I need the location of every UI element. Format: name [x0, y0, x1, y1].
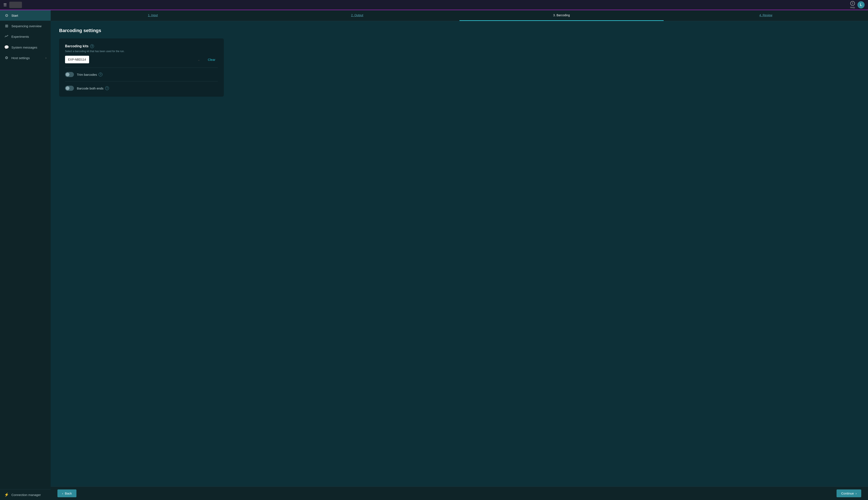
step-bar: 1. Input 2. Output 3. Barcoding 4. Revie… — [51, 10, 868, 21]
barcode-both-ends-help-icon[interactable]: ? — [105, 86, 109, 90]
sidebar-item-host-settings[interactable]: ⚙ Host settings › — [0, 53, 51, 63]
back-chevron-icon: ‹ — [62, 491, 63, 495]
kit-select[interactable]: EXP-NBD114 EXP-NBD104 EXP-PBC001 EXP-PBC… — [65, 56, 89, 63]
sidebar-item-label-system-messages: System messages — [11, 46, 46, 49]
step-barcoding[interactable]: 3. Barcoding — [460, 10, 664, 21]
logo — [9, 2, 22, 8]
content-area: 1. Input 2. Output 3. Barcoding 4. Revie… — [51, 10, 868, 500]
step-review[interactable]: 4. Review — [664, 10, 868, 21]
help-label: Help — [850, 6, 855, 9]
sidebar-item-experiments[interactable]: Experiments — [0, 31, 51, 42]
trim-barcodes-row: Trim barcodes ? — [65, 72, 218, 77]
sidebar-bottom: ⚡ Connection manager — [0, 489, 51, 500]
page-title: Barcoding settings — [59, 28, 859, 33]
trim-barcodes-help-icon[interactable]: ? — [99, 72, 102, 76]
barcoding-kits-desc: Select a barcoding kit that has been use… — [65, 50, 218, 53]
sidebar-item-label-host-settings: Host settings — [11, 56, 43, 60]
sidebar-item-connection-manager[interactable]: ⚡ Connection manager — [0, 489, 51, 500]
experiments-icon — [4, 34, 9, 39]
page-content: Barcoding settings Barcoding kits ? Sele… — [51, 21, 868, 487]
hamburger-icon[interactable]: ☰ — [3, 2, 7, 7]
chevron-right-icon: › — [45, 56, 46, 59]
barcoding-kits-section-title: Barcoding kits ? — [65, 44, 218, 48]
barcode-both-ends-row: Barcode both ends ? — [65, 86, 218, 91]
grid-icon: ⊞ — [4, 24, 9, 28]
messages-icon: 💬 — [4, 45, 9, 49]
clear-button[interactable]: Clear — [205, 56, 218, 63]
step-input[interactable]: 1. Input — [51, 10, 255, 21]
topbar: ☰ ? Help L — [0, 0, 868, 10]
continue-chevron-icon: › — [856, 491, 857, 495]
sidebar-item-label-connection-manager: Connection manager — [11, 493, 46, 497]
settings-icon: ⚙ — [4, 56, 9, 60]
chevron-down-icon: ⌄ — [198, 58, 200, 61]
sidebar-item-sequencing-overview[interactable]: ⊞ Sequencing overview — [0, 21, 51, 31]
kit-select-wrapper: EXP-NBD114 EXP-NBD104 EXP-PBC001 EXP-PBC… — [65, 56, 203, 63]
sidebar-item-label-sequencing-overview: Sequencing overview — [11, 24, 46, 28]
topbar-right: ? Help L — [850, 1, 865, 9]
continue-button[interactable]: Continue › — [836, 489, 861, 497]
trim-barcodes-toggle[interactable] — [65, 72, 74, 77]
barcoding-kit-select-row: EXP-NBD114 EXP-NBD104 EXP-PBC001 EXP-PBC… — [65, 56, 218, 63]
barcode-both-ends-thumb — [66, 86, 69, 90]
help-circle-icon: ? — [850, 1, 855, 6]
main-layout: ⊙ Start ⊞ Sequencing overview Experiment… — [0, 10, 868, 500]
start-icon: ⊙ — [4, 13, 9, 18]
help-button[interactable]: ? Help — [850, 1, 855, 9]
barcoding-kits-help-icon[interactable]: ? — [90, 44, 94, 48]
bottom-bar: ‹ Back Continue › — [51, 487, 868, 500]
user-avatar[interactable]: L — [857, 1, 865, 9]
barcoding-card: Barcoding kits ? Select a barcoding kit … — [59, 38, 224, 96]
step-output[interactable]: 2. Output — [255, 10, 460, 21]
barcode-both-ends-toggle[interactable] — [65, 86, 74, 91]
sidebar-item-label-experiments: Experiments — [11, 35, 46, 38]
sidebar-item-label-start: Start — [11, 14, 46, 17]
trim-barcodes-thumb — [66, 72, 69, 76]
barcode-both-ends-label: Barcode both ends ? — [77, 86, 109, 90]
sidebar-spacer — [0, 63, 51, 489]
sidebar-item-start[interactable]: ⊙ Start — [0, 10, 51, 21]
topbar-left: ☰ — [3, 2, 22, 8]
sidebar-item-system-messages[interactable]: 💬 System messages — [0, 42, 51, 53]
back-button[interactable]: ‹ Back — [57, 489, 77, 497]
trim-barcodes-label: Trim barcodes ? — [77, 72, 102, 76]
connection-icon: ⚡ — [4, 492, 9, 497]
sidebar: ⊙ Start ⊞ Sequencing overview Experiment… — [0, 10, 51, 500]
